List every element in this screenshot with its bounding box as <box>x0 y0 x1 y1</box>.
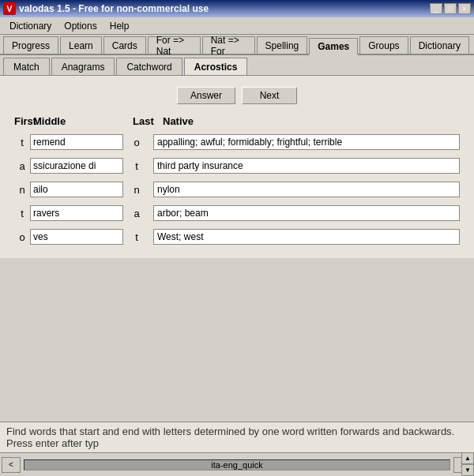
tab-cards[interactable]: Cards <box>103 36 146 54</box>
last-letter-2: n <box>123 184 147 196</box>
last-letter-1: t <box>123 160 147 172</box>
middle-input-1[interactable] <box>30 158 123 174</box>
header-last: Last <box>133 115 156 127</box>
first-letter-3: t <box>14 208 30 219</box>
scrollbar-row: < > ▲ ▼ ita-eng_quick <box>0 452 474 476</box>
title-bar: V valodas 1.5 - Free for non-commercial … <box>0 0 474 17</box>
tab-acrostics[interactable]: Acrostics <box>184 58 248 75</box>
table-row: t a <box>8 203 466 223</box>
tab-match[interactable]: Match <box>3 58 50 75</box>
last-letter-4: t <box>123 231 147 243</box>
middle-input-0[interactable] <box>30 134 123 150</box>
menu-options[interactable]: Options <box>58 19 103 33</box>
word-rows: t o a t n n t a o t <box>8 132 466 247</box>
native-field-2[interactable] <box>153 182 460 197</box>
table-row: t o <box>8 132 466 152</box>
main-content: Answer Next First Middle Last Native t o… <box>0 76 474 258</box>
menu-bar: Dictionary Options Help <box>0 17 474 35</box>
tab-games[interactable]: Games <box>309 38 358 55</box>
table-row: a t <box>8 156 466 176</box>
first-letter-1: a <box>14 160 30 172</box>
native-field-3[interactable] <box>153 205 460 221</box>
status-area: Find words that start and end with lette… <box>0 422 474 452</box>
last-letter-3: a <box>123 208 147 219</box>
menu-dictionary[interactable]: Dictionary <box>3 19 58 33</box>
first-letter-0: t <box>14 137 30 148</box>
tab-anagrams[interactable]: Anagrams <box>51 58 115 75</box>
app-icon: V <box>3 2 16 15</box>
table-row: n n <box>8 179 466 200</box>
status-text: Find words that start and end with lette… <box>6 425 454 449</box>
first-letter-4: o <box>14 231 30 243</box>
menu-help[interactable]: Help <box>103 19 136 33</box>
next-button[interactable]: Next <box>242 87 297 104</box>
maximize-button[interactable]: □ <box>444 3 457 14</box>
tab-dictionary[interactable]: Dictionary <box>410 36 469 54</box>
table-headers: First Middle Last Native <box>8 115 466 127</box>
tab-spelling[interactable]: Spelling <box>257 36 308 54</box>
middle-input-3[interactable] <box>30 205 123 221</box>
tab-nat-for[interactable]: Nat => For <box>202 36 255 54</box>
header-native: Native <box>156 115 460 127</box>
top-tab-bar: Progress Learn Cards For => Nat Nat => F… <box>0 35 474 55</box>
action-buttons: Answer Next <box>8 87 466 104</box>
native-field-4[interactable] <box>153 229 460 245</box>
scroll-up-button[interactable]: ▲ <box>461 452 474 464</box>
tab-learn[interactable]: Learn <box>60 36 102 54</box>
first-letter-2: n <box>14 184 30 196</box>
table-row: o t <box>8 227 466 247</box>
second-tab-bar: Match Anagrams Catchword Acrostics <box>0 55 474 76</box>
last-letter-0: o <box>123 137 147 148</box>
native-field-0[interactable] <box>153 134 460 150</box>
native-field-1[interactable] <box>153 158 460 174</box>
header-first: First <box>14 115 30 127</box>
window-title: valodas 1.5 - Free for non-commercial us… <box>19 3 209 14</box>
tab-progress[interactable]: Progress <box>3 36 58 54</box>
scroll-down-button[interactable]: ▼ <box>461 464 474 476</box>
middle-input-2[interactable] <box>30 182 123 197</box>
header-middle: Middle <box>30 115 133 127</box>
close-button[interactable]: × <box>458 3 471 14</box>
status-label: ita-eng_quick <box>211 460 262 470</box>
tab-for-nat[interactable]: For => Nat <box>148 36 201 54</box>
middle-input-4[interactable] <box>30 229 123 245</box>
window-controls[interactable]: _ □ × <box>430 3 471 14</box>
answer-button[interactable]: Answer <box>177 87 235 104</box>
tab-catchword[interactable]: Catchword <box>116 58 182 75</box>
scroll-left-button[interactable]: < <box>2 457 21 473</box>
minimize-button[interactable]: _ <box>430 3 442 14</box>
tab-groups[interactable]: Groups <box>359 36 408 54</box>
